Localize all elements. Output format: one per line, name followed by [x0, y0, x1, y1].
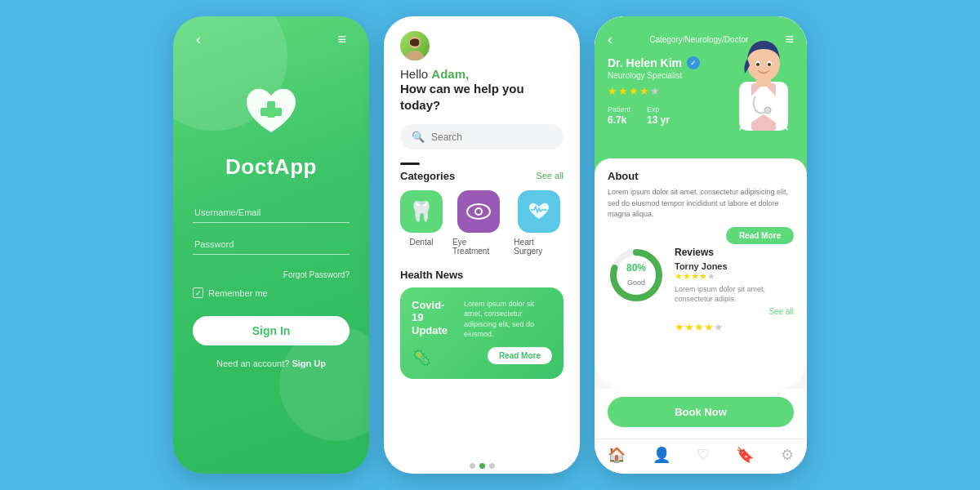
book-now-button[interactable]: Book Now: [608, 397, 794, 427]
bottom-nav: 🏠 👤 ♡ 🔖 ⚙: [595, 439, 807, 474]
review-text: Lorem ipsum dolor sit amet, consectetur …: [675, 284, 794, 305]
username-input[interactable]: [193, 203, 350, 223]
news-desc: Lorem ipsum dolor sit amet, consectetur …: [464, 299, 552, 340]
breadcrumb: Category/Neurology/Doctor: [649, 35, 748, 44]
home-menu-icon[interactable]: ≡: [555, 38, 564, 55]
reviews-see-all[interactable]: See all: [675, 307, 794, 316]
nav-profile-icon[interactable]: 👤: [653, 446, 670, 464]
reviewer-name: Torny Jones: [675, 261, 794, 271]
search-input[interactable]: [431, 131, 554, 143]
exp-stat: Exp 13 yr: [647, 105, 670, 126]
svg-rect-1: [261, 108, 282, 116]
review-donut-chart: 80% Good: [608, 247, 665, 304]
health-news-title: Health News: [400, 269, 564, 281]
verified-badge: ✓: [687, 56, 700, 69]
categories-title: Categories: [400, 170, 455, 182]
app-title: DoctApp: [225, 154, 317, 180]
nav-saved-icon[interactable]: 🔖: [736, 446, 754, 464]
reviewer-stars: ★★★★★: [675, 271, 794, 282]
about-text: Lorem ipsum dolor sit amet, consectetur …: [608, 187, 794, 220]
greeting-line2: How can we help you today?: [400, 81, 564, 113]
categories-row: 🦷 Dental Eye Treatment: [400, 190, 564, 256]
reviews-title: Reviews: [675, 247, 794, 258]
dot-2[interactable]: [479, 463, 485, 469]
eye-label: Eye Treatment: [452, 238, 504, 256]
heart-icon-box: [518, 190, 560, 233]
donut-percent: 80%: [626, 262, 646, 274]
read-more-button[interactable]: Read More: [726, 227, 794, 244]
login-form: Forgot Password? ✓ Remember me Sign In N…: [193, 203, 350, 368]
virus-icon: 🦠: [412, 348, 432, 368]
remember-label: Remember me: [208, 288, 268, 298]
greeting-name: Adam,: [431, 67, 469, 81]
nav-home-icon[interactable]: 🏠: [608, 446, 626, 464]
remember-checkbox[interactable]: ✓: [193, 287, 203, 298]
no-account-text: Need an account?: [216, 359, 289, 368]
search-bar[interactable]: 🔍: [400, 124, 564, 149]
doctor-name: Dr. Helen Kim: [608, 56, 682, 69]
app-logo: [238, 79, 304, 145]
carousel-dots: [384, 455, 580, 474]
svg-point-14: [756, 63, 760, 66]
category-heart[interactable]: Heart Surgery: [514, 190, 564, 256]
news-heading: Covid-19 Update: [412, 299, 456, 337]
signup-link[interactable]: Sign Up: [292, 359, 326, 368]
back-icon[interactable]: ‹: [196, 31, 201, 48]
categories-see-all[interactable]: See all: [536, 171, 564, 180]
donut-label: Good: [627, 278, 645, 287]
doctor-body: About Lorem ipsum dolor sit amet, consec…: [595, 158, 807, 389]
nav-favorites-icon[interactable]: ♡: [697, 446, 710, 464]
doctor-avatar: [727, 24, 800, 131]
svg-point-15: [768, 63, 771, 66]
news-card: Covid-19 Update Lorem ipsum dolor sit am…: [400, 287, 564, 379]
forgot-password-link[interactable]: Forgot Password?: [283, 270, 350, 279]
svg-point-3: [406, 51, 424, 60]
nav-settings-icon[interactable]: ⚙: [781, 446, 794, 464]
about-title: About: [608, 170, 794, 182]
overall-stars: ★★★★★: [675, 319, 794, 334]
heart-label: Heart Surgery: [514, 238, 564, 256]
dental-icon-box: 🦷: [400, 190, 443, 233]
signin-button[interactable]: Sign In: [193, 316, 350, 345]
menu-icon[interactable]: ≡: [337, 31, 346, 48]
user-avatar[interactable]: [400, 31, 430, 60]
dot-1[interactable]: [470, 463, 475, 469]
review-content: Reviews Torny Jones ★★★★★ Lorem ipsum do…: [675, 247, 794, 334]
doc-back-icon[interactable]: ‹: [608, 31, 612, 48]
category-eye[interactable]: Eye Treatment: [452, 190, 504, 256]
news-read-more-button[interactable]: Read More: [488, 347, 552, 364]
category-dental[interactable]: 🦷 Dental: [400, 190, 443, 256]
search-icon: 🔍: [412, 131, 425, 143]
greeting-line1: Hello Adam,: [400, 67, 564, 81]
dental-label: Dental: [410, 238, 434, 247]
login-screen: ‹ ≡ DoctApp Forgot Password? ✓ Remember …: [173, 16, 369, 474]
password-input[interactable]: [193, 234, 350, 255]
doctor-screen: ‹ Category/Neurology/Doctor ≡ Dr. Helen …: [595, 16, 807, 474]
svg-point-16: [764, 107, 771, 114]
home-screen: ≡ Hello Adam, How can we help you today?…: [384, 16, 580, 474]
svg-point-7: [476, 209, 481, 214]
dot-3[interactable]: [489, 463, 495, 469]
eye-icon-box: [457, 190, 500, 233]
patient-stat: Patient 6.7k: [608, 105, 630, 126]
book-btn-wrap: Book Now: [595, 389, 807, 439]
